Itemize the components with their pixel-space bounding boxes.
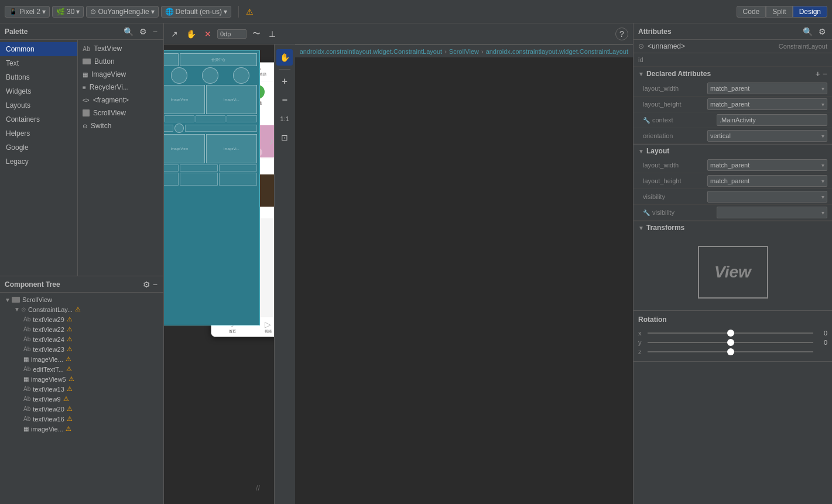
bp-content: 活动中心 会员中心 [164, 51, 259, 188]
remove-attr-btn[interactable]: − [823, 69, 827, 78]
visibility2-dropdown[interactable]: ▾ [717, 207, 827, 218]
code-view-btn[interactable]: Code [737, 6, 766, 18]
warning-badge: ⚠ [67, 415, 73, 423]
layout-width-dropdown[interactable]: match_parent ▾ [707, 83, 827, 94]
layout-height-value: match_parent [710, 101, 749, 108]
design-view-btn[interactable]: Design [793, 6, 827, 18]
category-buttons[interactable]: Buttons [0, 70, 77, 84]
fit-to-screen-btn[interactable]: 1:1 [276, 111, 293, 127]
search-icon[interactable]: 🔍 [122, 27, 135, 36]
rotation-y-slider[interactable] [648, 342, 813, 343]
layout-section-header[interactable]: ▼ Layout [634, 145, 832, 157]
palette-item-button[interactable]: Button [78, 55, 163, 68]
orientation-row: orientation vertical ▾ [634, 128, 832, 144]
category-widgets[interactable]: Widgets [0, 84, 77, 98]
rotation-z-label: z [638, 348, 645, 355]
textview20-label: textView20 [33, 406, 64, 413]
hand-tool-btn[interactable]: ✋ [276, 49, 293, 66]
palette-item-fragment[interactable]: <> <fragment> [78, 94, 163, 107]
tree-item-textview16[interactable]: Ab textView16 ⚠ [0, 414, 163, 424]
animate-tool-btn[interactable]: 〜 [250, 28, 263, 40]
bp-label4 [196, 115, 225, 122]
tree-item-imageview1[interactable]: ▦ imageVie... ⚠ [0, 354, 163, 364]
palette-item-textview[interactable]: Ab TextView [78, 42, 163, 55]
rotation-y-label: y [638, 339, 645, 346]
layout-width-label: layout_width [643, 85, 707, 92]
pan-tool-btn[interactable]: ✋ [184, 28, 198, 40]
tree-item-textview13[interactable]: Ab textView13 ⚠ [0, 384, 163, 394]
rotation-y-row: y 0 [638, 338, 827, 347]
layout-height-dropdown[interactable]: match_parent ▾ [707, 98, 827, 110]
context-input[interactable] [717, 114, 827, 126]
visibility-dropdown[interactable]: ▾ [707, 191, 827, 203]
tree-item-textview24[interactable]: Ab textView24 ⚠ [0, 334, 163, 344]
tree-item-textview20[interactable]: Ab textView20 ⚠ [0, 404, 163, 414]
category-common[interactable]: Common [0, 42, 77, 56]
tools-separator [279, 69, 290, 70]
palette-item-imageview[interactable]: ▦ ImageView [78, 68, 163, 81]
id-input[interactable] [656, 56, 827, 64]
tree-item-textview9[interactable]: Ab textView9 ⚠ [0, 394, 163, 404]
layout-tool-btn[interactable]: ⊥ [266, 28, 278, 40]
locale-selector[interactable]: 🌐 Default (en-us) ▾ [161, 6, 231, 18]
breadcrumb-item-3[interactable]: androidx.constraintlayout.widget.Constra… [486, 48, 628, 55]
tree-item-edittext[interactable]: Ab editTextT... ⚠ [0, 364, 163, 374]
api-selector[interactable]: 🌿 30 ▾ [52, 6, 84, 18]
layout-lwidth-dropdown[interactable]: match_parent ▾ [707, 159, 827, 171]
tree-minimize-icon[interactable]: − [152, 280, 159, 289]
tree-item-textview22[interactable]: Ab textView22 ⚠ [0, 324, 163, 334]
category-layouts[interactable]: Layouts [0, 98, 77, 112]
constraint-value-input[interactable] [217, 29, 246, 39]
user-selector[interactable]: ⊙ OuYangHengJie ▾ [86, 6, 158, 18]
rotation-x-label: x [638, 330, 645, 337]
layout-lheight-dropdown[interactable]: match_parent ▾ [707, 175, 827, 187]
layout-lwidth-value: match_parent [710, 162, 749, 169]
rotation-x-thumb[interactable] [727, 330, 734, 337]
tree-item-textview29[interactable]: Ab textView29 ⚠ [0, 314, 163, 324]
split-view-btn[interactable]: Split [766, 6, 792, 18]
rotation-z-slider[interactable] [648, 351, 813, 352]
category-google[interactable]: Google [0, 140, 77, 155]
tree-item-scrollview[interactable]: ▼ ScrollView [0, 295, 163, 304]
transforms-header[interactable]: ▼ Transforms [634, 221, 832, 234]
category-legacy[interactable]: Legacy [0, 155, 77, 169]
orientation-dropdown[interactable]: vertical ▾ [707, 130, 827, 142]
rotation-y-thumb[interactable] [727, 339, 734, 346]
attr-search-icon[interactable]: 🔍 [802, 27, 814, 36]
tree-item-imageview2[interactable]: ▦ imageVie... ⚠ [0, 424, 163, 434]
category-text[interactable]: Text [0, 56, 77, 70]
tree-expand-icon[interactable]: ▼ [5, 297, 11, 303]
tree-item-constraintlayout[interactable]: ▼ ⊙ ConstraintLay... ⚠ [0, 304, 163, 314]
zoom-out-btn[interactable]: − [276, 92, 293, 108]
declared-attr-header[interactable]: ▼ Declared Attributes + − [634, 67, 832, 81]
category-containers[interactable]: Containers [0, 112, 77, 126]
palette-item-switch[interactable]: ⊙ Switch [78, 119, 163, 132]
bp-img2: ImageView [164, 85, 205, 114]
tree-item-textview23[interactable]: Ab textView23 ⚠ [0, 344, 163, 354]
attr-settings-icon[interactable]: ⚙ [817, 27, 827, 36]
constraint-tool-btn[interactable]: ✕ [202, 28, 214, 40]
gear-icon[interactable]: ⚙ [138, 27, 148, 36]
palette-item-recyclerview[interactable]: ≡ RecyclerVi... [78, 81, 163, 94]
rotation-z-thumb[interactable] [727, 348, 734, 355]
add-attr-btn[interactable]: + [816, 69, 820, 78]
context-label: context [652, 116, 717, 124]
rotation-x-slider[interactable] [648, 332, 813, 334]
tree-expand-icon[interactable]: ▼ [14, 306, 20, 313]
api-level: 30 [67, 8, 74, 16]
attributes-panel: Attributes 🔍 ⚙ ⊙ <unnamed> ConstraintLay… [633, 23, 832, 504]
close-icon[interactable]: − [152, 27, 159, 36]
palette-item-scrollview[interactable]: ScrollView [78, 107, 163, 119]
category-helpers[interactable]: Helpers [0, 126, 77, 140]
textview-icon: Ab [83, 46, 90, 52]
device-selector[interactable]: 📱 Pixel 2 ▾ [5, 6, 50, 18]
tree-settings-icon[interactable]: ⚙ [142, 280, 152, 289]
breadcrumb-item-1[interactable]: androidx.constraintlayout.widget.Constra… [300, 48, 442, 55]
tree-item-imageview5[interactable]: ▦ imageView5 ⚠ [0, 374, 163, 384]
select-tool-btn[interactable]: ↗ [169, 28, 180, 40]
expand-btn[interactable]: ⊡ [276, 129, 293, 146]
breadcrumb-item-2[interactable]: ScrollView [449, 48, 479, 55]
context-value-container [717, 114, 827, 126]
help-button[interactable]: ? [615, 28, 628, 40]
zoom-in-btn[interactable]: + [276, 73, 293, 90]
